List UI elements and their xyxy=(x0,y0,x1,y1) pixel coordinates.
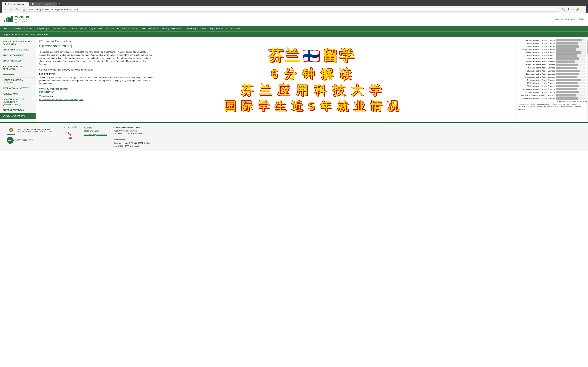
chart-bar-container xyxy=(556,48,586,51)
sidebar-item-career-monitoring[interactable]: CAREER MONITORING xyxy=(0,113,35,119)
nav-uas[interactable]: University of applied sciences (UAS) edu… xyxy=(139,26,185,32)
tab-close-1[interactable]: ✕ xyxy=(25,3,26,5)
tab-close-2[interactable]: ✕ xyxy=(53,3,55,5)
forward-button[interactable]: → xyxy=(9,8,13,11)
sidebar-item-placement[interactable]: PLACEMENT AFTER GRADUATION xyxy=(0,64,35,72)
sidebar-item-uas-not-leading[interactable]: UAS EDUCATION NOT LEADING TO A QUALIFICA… xyxy=(0,97,35,108)
sidebar-item-study-attainments[interactable]: STUDY ATTAINMENTS xyxy=(0,53,35,58)
chart-bar-label: Seinäjoki University of Applied Sciences xyxy=(519,92,556,93)
chart-bar-row: Centria University of Applied Sciences xyxy=(519,42,586,44)
chart-bar-fill xyxy=(556,64,578,66)
tab-favicon-1: 🎓 xyxy=(4,3,7,5)
tab-power-bi[interactable]: 📊 Microsoft Power BI ✕ xyxy=(29,2,57,6)
chart-bar-row: OAMK University of Applied Sciences xyxy=(519,82,586,84)
tab-label-2: Microsoft Power BI xyxy=(35,3,52,5)
footer-link-data-protection[interactable]: Data protection xyxy=(84,130,107,132)
nav-home[interactable]: Home xyxy=(2,26,11,32)
chart-bar-row: Kajaani University of Applied Sciences xyxy=(519,60,586,63)
refresh-button[interactable]: ↻ xyxy=(15,8,18,11)
breadcrumb-current: Career monitoring xyxy=(55,40,71,42)
chart-bar-container xyxy=(556,94,586,97)
footer-logo-block: 🦁 OPETUS- JA KULTTUURIMINISTERIÖ UNDERVI… xyxy=(7,126,54,144)
chart-bar-label: JAMK University of Applied Sciences xyxy=(519,58,556,60)
chart-bar-fill xyxy=(556,42,578,44)
chart-bar-label: South-Eastern Finland University of Appl… xyxy=(519,94,556,96)
chart-bar-label: SAMK University of Applied Sciences xyxy=(519,85,556,87)
share-icon[interactable]: ⬆ xyxy=(567,8,570,11)
footer-link-contact[interactable]: Contact xyxy=(84,126,107,129)
content-area: UAS education > Career monitoring Career… xyxy=(36,37,588,122)
address-url: vipunen.fi/en-gb/polytechnic/Pages/Urase… xyxy=(26,8,79,11)
nav-higher-edu[interactable]: Higher education and r&d activity xyxy=(208,26,242,32)
chart-bar-row: LAB University of Applied Sciences xyxy=(519,67,586,69)
chart-bar-container xyxy=(556,76,586,78)
chart-bar-label: Haaga-Helia University of Applied Scienc… xyxy=(519,49,556,50)
nav-vocational[interactable]: Vocational education and training xyxy=(104,26,139,32)
footer-cooperation: In cooperation with CSC xyxy=(61,126,78,140)
sidebar-item-students[interactable]: STUDENTS AND DEGREES xyxy=(0,47,35,53)
nav-population[interactable]: Population, educational and vocational s… xyxy=(2,32,586,37)
nav-general-upper[interactable]: General upper secondary education xyxy=(68,26,105,32)
chart-bar-container xyxy=(556,79,586,81)
csc-symbol xyxy=(64,130,74,137)
links-section: University of applied sciences Statistic… xyxy=(39,88,585,93)
lock-icon: 🔒 xyxy=(23,8,25,11)
nav-university[interactable]: University education xyxy=(185,26,208,32)
logo-chart-icon xyxy=(3,15,14,23)
footer-opetus-logo: OPH xyxy=(7,137,14,144)
page-title: Career monitoring xyxy=(39,44,585,49)
sidebar-item-higher-edu-network[interactable]: HIGHER EDUCATION NETWORK xyxy=(0,78,35,86)
scrollbar[interactable] xyxy=(587,37,588,122)
chart-bar-label: Humak University of Applied Sciences xyxy=(519,52,556,53)
sidebar-item-personnel[interactable]: PERSONNEL xyxy=(0,72,35,78)
lang-fi[interactable]: suomeksi xyxy=(555,18,563,20)
svg-rect-3 xyxy=(9,17,11,22)
x-label-20: 20.0% xyxy=(563,100,568,102)
nav-all-levels[interactable]: All levels and sectors xyxy=(11,26,35,32)
chart-bar-row: South-Eastern Finland University of Appl… xyxy=(519,94,586,97)
chart-bar-container xyxy=(556,70,586,72)
chart-bar-row: Humak University of Applied Sciences xyxy=(519,51,586,54)
lang-sv[interactable]: på svenska xyxy=(565,18,575,20)
x-label-60: 60.0% xyxy=(581,100,585,102)
back-button[interactable]: ← xyxy=(3,8,8,11)
header-lang-links: suomeksi på svenska in English xyxy=(554,18,585,20)
chart-bar-fill xyxy=(556,58,579,60)
new-tab-button[interactable]: + xyxy=(57,1,62,6)
tab-career-monitoring[interactable]: 🎓 Career monitoring ✕ xyxy=(2,2,29,6)
menu-icon[interactable]: ⋮ xyxy=(581,8,585,11)
footer-address1-title: Opetus- ja kulttuuriministeriö xyxy=(113,126,150,129)
star-icon[interactable]: ☆ xyxy=(571,8,574,11)
lang-en[interactable]: in English xyxy=(576,18,585,20)
scrollbar-thumb xyxy=(587,41,588,54)
sidebar-item-international[interactable]: INTERNATIONAL ACTIVITY xyxy=(0,86,35,92)
x-label-50: 50.0% xyxy=(576,100,581,102)
sidebar-item-student-feedback[interactable]: STUDENT FEEDBACK xyxy=(0,108,35,113)
chart-panel: Arcada University of Applied SciencesCen… xyxy=(517,37,588,122)
chart-bar-label: Tampereen University of Applied Sciences xyxy=(519,98,556,100)
nav-bar: Home All levels and sectors Pre-primary … xyxy=(0,26,588,32)
footer-link-accessibility[interactable]: Accessibility statement xyxy=(84,133,107,136)
breadcrumb-link[interactable]: UAS education xyxy=(39,40,53,42)
address-bar[interactable]: 🔒 vipunen.fi/en-gb/polytechnic/Pages/Ura… xyxy=(20,7,560,12)
chart-bar-fill xyxy=(556,88,577,90)
sidebar-item-study-progress[interactable]: STUDY PROGRESS xyxy=(0,58,35,64)
chart-bar-label: Arcada University of Applied Sciences xyxy=(519,39,556,41)
search-icon[interactable]: 🔍 xyxy=(562,8,566,11)
chart-bar-fill xyxy=(556,54,577,57)
sidebar-item-publications[interactable]: PUBLICATIONS xyxy=(0,92,35,97)
link-statistical-year[interactable]: Statistical year xyxy=(39,91,585,93)
extensions-icon[interactable]: 🧩 xyxy=(576,8,580,11)
chart-bar-row: Diaconia University of Applied Sciences xyxy=(519,45,586,48)
footer-ministry-sv: UNDERVISNINGS- OCH KULTURMINISTERIET xyxy=(17,131,54,133)
vis-link-anchor[interactable]: Visualisation of international student e… xyxy=(39,98,84,101)
chart-bar-fill xyxy=(556,94,576,97)
footer-csc-logo: CSC xyxy=(64,130,74,140)
chart-bar-container xyxy=(556,88,586,90)
link-uas[interactable]: University of applied sciences xyxy=(39,88,585,90)
sidebar-item-applicants[interactable]: APPLICANTS AND SELECTED CANDIDATES xyxy=(0,39,35,47)
chart-bar-row: Metropolia University of Applied Science… xyxy=(519,76,586,78)
chart-bar-label: Metropolia University of Applied Science… xyxy=(519,76,556,78)
chart-bar-label: Novia University of Applied Sciences xyxy=(519,79,556,81)
nav-pre-primary[interactable]: Pre-primary and basic education xyxy=(35,26,68,32)
